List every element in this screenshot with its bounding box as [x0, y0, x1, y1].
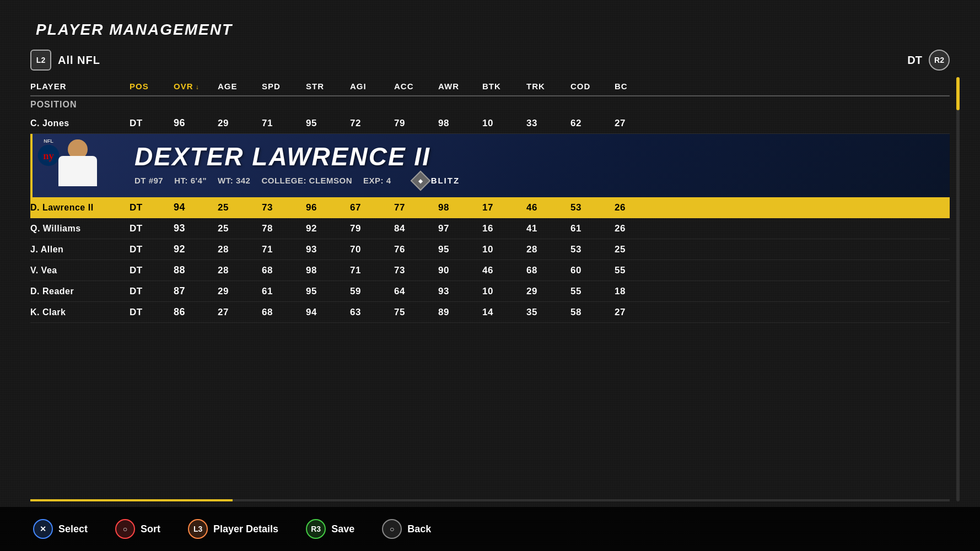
cell-spd: 78 [262, 223, 306, 234]
cell-name: K. Clark [30, 307, 130, 317]
col-acc: ACC [394, 82, 438, 91]
cell-btk: 10 [482, 118, 526, 129]
x-button[interactable]: ✕ [33, 519, 53, 539]
action-player-details[interactable]: L3 Player Details [188, 519, 278, 539]
position-filter: DT [907, 54, 922, 67]
scrollbar[interactable] [956, 77, 960, 501]
col-btk: BTK [482, 82, 526, 91]
table-row[interactable]: D. ReaderDT8729619559649310295518 [30, 281, 950, 302]
cell-age: 29 [218, 118, 262, 129]
filter-label[interactable]: All NFL [58, 54, 100, 67]
col-player: PLAYER [30, 82, 130, 91]
ability-diamond: ◆ [410, 170, 430, 191]
cell-trk: 29 [526, 286, 570, 297]
col-trk: TRK [526, 82, 570, 91]
cell-btk: 46 [482, 265, 526, 276]
cell-btk: 17 [482, 202, 526, 213]
table-row[interactable]: K. ClarkDT8627689463758914355827 [30, 302, 950, 323]
cell-trk: 68 [526, 265, 570, 276]
table-row[interactable]: D. Lawrence IIDT9425739667779817465326 [30, 197, 950, 218]
l2-button[interactable]: L2 [30, 50, 51, 71]
select-label: Select [58, 523, 88, 535]
cell-age: 27 [218, 307, 262, 318]
cell-bc: 18 [615, 286, 659, 297]
cell-acc: 76 [394, 244, 438, 255]
col-ovr[interactable]: OVR [174, 82, 218, 91]
cell-str: 95 [306, 118, 350, 129]
table-row[interactable]: Q. WilliamsDT9325789279849716416126 [30, 218, 950, 239]
cell-btk: 10 [482, 286, 526, 297]
ability-text: BLITZ [431, 176, 460, 185]
cell-awr: 98 [438, 118, 482, 129]
circle-button-sort[interactable]: ○ [115, 519, 135, 539]
cell-spd: 68 [262, 265, 306, 276]
action-save[interactable]: R3 Save [306, 519, 354, 539]
col-agi: AGI [350, 82, 394, 91]
l3-button[interactable]: L3 [188, 519, 208, 539]
cell-awr: 89 [438, 307, 482, 318]
cell-age: 28 [218, 265, 262, 276]
cell-acc: 75 [394, 307, 438, 318]
cell-agi: 79 [350, 223, 394, 234]
cell-acc: 77 [394, 202, 438, 213]
cell-trk: 35 [526, 307, 570, 318]
player-image-area: NFL ny [33, 134, 123, 197]
cell-name: D. Lawrence II [30, 203, 130, 213]
cell-bc: 27 [615, 118, 659, 129]
cell-pos: DT [130, 265, 174, 276]
cell-acc: 73 [394, 265, 438, 276]
cell-agi: 63 [350, 307, 394, 318]
table-row[interactable]: C. JonesDT9629719572799810336227 [30, 113, 950, 134]
cell-ovr: 96 [174, 117, 218, 129]
col-pos: POS [130, 82, 174, 91]
cell-trk: 41 [526, 223, 570, 234]
cell-agi: 67 [350, 202, 394, 213]
action-sort[interactable]: ○ Sort [115, 519, 160, 539]
table-header: PLAYER POS OVR AGE SPD STR AGI ACC AWR B… [30, 77, 950, 96]
col-awr: AWR [438, 82, 482, 91]
cell-trk: 46 [526, 202, 570, 213]
r2-button[interactable]: R2 [929, 50, 950, 71]
cell-ovr: 93 [174, 223, 218, 234]
player-college: COLLEGE: CLEMSON [261, 176, 352, 185]
circle-button-back[interactable]: ○ [382, 519, 402, 539]
cell-pos: DT [130, 286, 174, 297]
cell-bc: 25 [615, 244, 659, 255]
table-row[interactable]: V. VeaDT8828689871739046686055 [30, 260, 950, 281]
player-figure [45, 139, 111, 197]
cell-str: 95 [306, 286, 350, 297]
cell-age: 25 [218, 223, 262, 234]
cell-pos: DT [130, 223, 174, 234]
cell-cod: 62 [570, 118, 615, 129]
player-wt: WT: 342 [218, 176, 250, 185]
progress-bar-fill [30, 499, 233, 501]
cell-ovr: 88 [174, 264, 218, 276]
cell-agi: 70 [350, 244, 394, 255]
bottom-bar: ✕ Select ○ Sort L3 Player Details R3 Sav… [0, 507, 980, 551]
r3-button[interactable]: R3 [306, 519, 326, 539]
cell-btk: 10 [482, 244, 526, 255]
cell-ovr: 87 [174, 285, 218, 297]
cell-btk: 16 [482, 223, 526, 234]
player-details-label: Player Details [213, 523, 278, 535]
cell-btk: 14 [482, 307, 526, 318]
cell-bc: 26 [615, 202, 659, 213]
cell-pos: DT [130, 307, 174, 318]
table-row[interactable]: J. AllenDT9228719370769510285325 [30, 239, 950, 260]
cell-awr: 97 [438, 223, 482, 234]
position-group-label: POSITION [30, 96, 950, 113]
cell-cod: 60 [570, 265, 615, 276]
cell-ovr: 94 [174, 202, 218, 213]
action-select[interactable]: ✕ Select [33, 519, 88, 539]
cell-pos: DT [130, 118, 174, 129]
action-back[interactable]: ○ Back [382, 519, 431, 539]
cell-acc: 64 [394, 286, 438, 297]
cell-cod: 53 [570, 202, 615, 213]
player-details-row: DT #97 HT: 6'4" WT: 342 COLLEGE: CLEMSON… [134, 174, 939, 188]
cell-spd: 68 [262, 307, 306, 318]
cell-cod: 53 [570, 244, 615, 255]
cell-spd: 71 [262, 118, 306, 129]
player-rows-container: C. JonesDT9629719572799810336227 NFL ny [30, 113, 950, 323]
cell-bc: 55 [615, 265, 659, 276]
cell-awr: 95 [438, 244, 482, 255]
